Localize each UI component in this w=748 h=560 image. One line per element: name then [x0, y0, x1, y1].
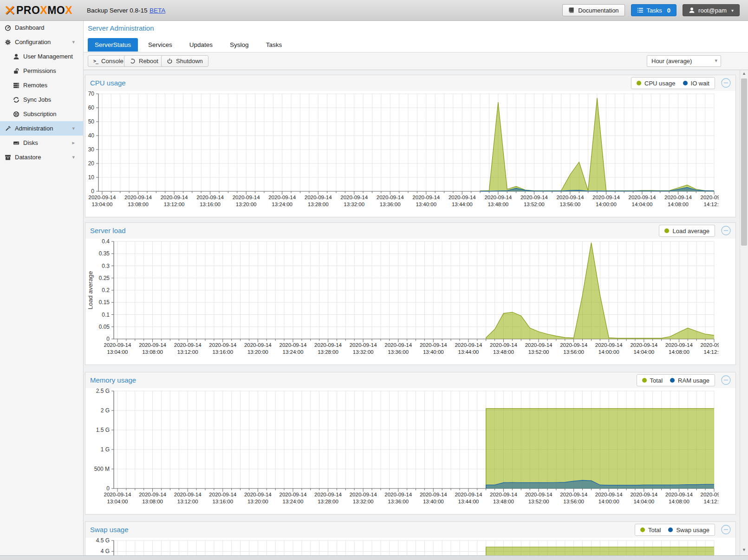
legend-item-cpu-usage[interactable]: CPU usage: [637, 80, 675, 87]
svg-text:2020-09-14: 2020-09-14: [139, 492, 166, 497]
sidebar-item-permissions[interactable]: Permissions: [0, 64, 83, 78]
svg-text:2020-09-14: 2020-09-14: [449, 195, 476, 200]
chevron-right-icon[interactable]: ▸: [72, 140, 75, 146]
sidebar-item-user-management[interactable]: User Management: [0, 49, 83, 64]
svg-text:2020-09-14: 2020-09-14: [490, 492, 517, 497]
svg-text:13:04:00: 13:04:00: [107, 499, 128, 504]
shutdown-label: Shutdown: [176, 58, 203, 65]
svg-text:13:16:00: 13:16:00: [212, 349, 233, 355]
legend-item-load-average[interactable]: Load average: [664, 228, 709, 234]
user-avatar-icon: [689, 7, 695, 13]
legend-dot-icon: [670, 378, 675, 383]
vertical-scrollbar[interactable]: ▲ ▼: [740, 70, 748, 560]
console-button[interactable]: >_ Console: [88, 55, 129, 67]
svg-text:0.2: 0.2: [102, 287, 110, 293]
tab-services[interactable]: Services: [141, 38, 179, 52]
scroll-up-arrow-icon[interactable]: ▲: [740, 71, 748, 78]
svg-text:2020-09-14: 2020-09-14: [280, 492, 307, 497]
user-label: root@pam: [698, 7, 727, 14]
sidebar-item-sync-jobs[interactable]: Sync Jobs: [0, 92, 83, 107]
chevron-down-icon[interactable]: ▾: [72, 39, 75, 45]
sidebar-item-disks[interactable]: Disks▸: [0, 136, 83, 150]
svg-text:13:08:00: 13:08:00: [128, 202, 149, 207]
svg-text:2020-09-14: 2020-09-14: [525, 342, 553, 348]
svg-text:13:44:00: 13:44:00: [452, 202, 473, 207]
time-range-value: Hour (average): [651, 58, 692, 65]
svg-text:2.5 G: 2.5 G: [96, 388, 110, 394]
legend-item-ram-usage[interactable]: RAM usage: [670, 377, 709, 384]
legend-dot-icon: [640, 527, 645, 532]
svg-text:2020-09-14: 2020-09-14: [664, 195, 692, 200]
svg-text:0: 0: [106, 336, 110, 342]
sidebar-item-configuration[interactable]: Configuration▾: [0, 35, 83, 49]
tasks-button[interactable]: Tasks 0: [631, 4, 676, 16]
user-menu-button[interactable]: root@pam ▾: [683, 4, 740, 16]
svg-text:13:40:00: 13:40:00: [416, 202, 436, 207]
chevron-down-icon[interactable]: ▾: [72, 154, 75, 160]
svg-text:14:12:00: 14:12:00: [704, 349, 719, 355]
cpu-usage-panel: CPU usage CPU usageIO wait 7060504030201…: [85, 75, 736, 217]
scrollbar-thumb[interactable]: [741, 78, 747, 246]
svg-text:2020-09-14: 2020-09-14: [89, 195, 116, 200]
svg-text:0.4: 0.4: [102, 239, 110, 245]
svg-text:0.05: 0.05: [99, 324, 110, 330]
support-icon: [13, 111, 20, 117]
documentation-button[interactable]: Documentation: [562, 4, 624, 16]
svg-text:2020-09-14: 2020-09-14: [280, 342, 307, 348]
panel-title: CPU usage: [90, 79, 126, 87]
collapse-panel-button[interactable]: [721, 375, 731, 385]
legend-item-io-wait[interactable]: IO wait: [683, 80, 709, 87]
svg-text:13:56:00: 13:56:00: [563, 499, 584, 504]
svg-text:13:04:00: 13:04:00: [92, 202, 113, 207]
cpu-usage-chart: 7060504030201002020-09-1413:04:002020-09…: [85, 91, 719, 217]
sidebar-item-label: Remotes: [23, 82, 47, 89]
tab-tasks[interactable]: Tasks: [259, 38, 289, 52]
collapse-panel-button[interactable]: [721, 525, 731, 534]
legend-item-swap-usage[interactable]: Swap usage: [668, 527, 709, 534]
scroll-down-arrow-icon[interactable]: ▼: [740, 547, 748, 554]
tasks-count-badge: 0: [667, 7, 670, 14]
tab-syslog[interactable]: Syslog: [223, 38, 256, 52]
content-header: Server Administration ServerStatus Servi…: [84, 20, 748, 70]
svg-text:70: 70: [88, 91, 95, 97]
tab-updates[interactable]: Updates: [182, 38, 220, 52]
legend-item-total[interactable]: Total: [642, 377, 663, 384]
sidebar-item-administration[interactable]: Administration▾: [0, 121, 83, 136]
collapse-panel-button[interactable]: [721, 226, 731, 235]
shutdown-button[interactable]: Shutdown: [161, 55, 208, 67]
svg-text:20: 20: [88, 160, 95, 167]
sidebar-item-remotes[interactable]: Remotes: [0, 78, 83, 92]
legend-item-total[interactable]: Total: [640, 527, 661, 534]
svg-text:2020-09-14: 2020-09-14: [350, 492, 377, 497]
sidebar-item-dashboard[interactable]: Dashboard: [0, 20, 83, 35]
sidebar-item-datastore[interactable]: Datastore▾: [0, 150, 83, 164]
svg-text:13:16:00: 13:16:00: [212, 499, 233, 504]
svg-text:13:12:00: 13:12:00: [177, 349, 198, 355]
time-range-select[interactable]: Hour (average) ▾: [647, 55, 721, 67]
tab-serverstatus[interactable]: ServerStatus: [88, 38, 138, 52]
chevron-down-icon[interactable]: ▾: [72, 125, 75, 131]
svg-text:2020-09-14: 2020-09-14: [420, 492, 447, 497]
legend: TotalRAM usage: [637, 374, 715, 386]
memory-usage-chart: 2.5 G2 G1.5 G1 G500 M02020-09-1413:04:00…: [85, 388, 719, 514]
svg-text:2020-09-14: 2020-09-14: [484, 195, 512, 200]
terminal-icon: >_: [93, 59, 98, 64]
svg-text:2020-09-14: 2020-09-14: [629, 195, 656, 200]
svg-text:13:12:00: 13:12:00: [164, 202, 185, 207]
svg-text:2020-09-14: 2020-09-14: [314, 342, 342, 348]
sidebar-item-label: Datastore: [15, 154, 41, 161]
svg-text:13:32:00: 13:32:00: [353, 349, 374, 355]
svg-text:13:32:00: 13:32:00: [353, 499, 374, 504]
svg-text:60: 60: [88, 104, 95, 111]
reboot-button[interactable]: Reboot: [124, 55, 164, 67]
beta-link[interactable]: BETA: [150, 7, 165, 14]
svg-text:500 M: 500 M: [94, 466, 110, 472]
sidebar-item-subscription[interactable]: Subscription: [0, 107, 83, 121]
svg-text:14:08:00: 14:08:00: [669, 349, 689, 355]
svg-text:0.15: 0.15: [99, 299, 110, 306]
svg-text:2020-09-14: 2020-09-14: [104, 492, 131, 497]
collapse-panel-button[interactable]: [721, 78, 731, 88]
svg-text:10: 10: [88, 174, 95, 181]
svg-text:2020-09-14: 2020-09-14: [174, 492, 202, 497]
legend: CPU usageIO wait: [631, 77, 715, 89]
